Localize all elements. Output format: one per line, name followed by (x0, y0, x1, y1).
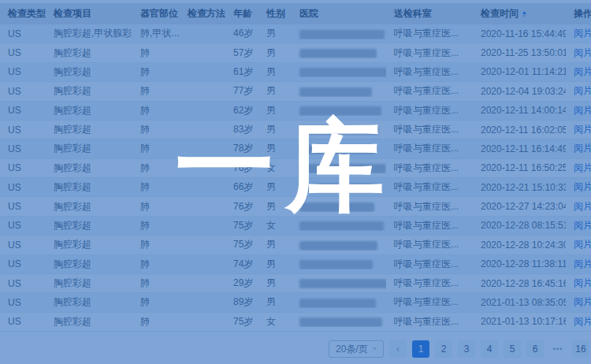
column-header-department[interactable]: 送检科室 (386, 7, 473, 20)
cell-department: 呼吸与重症医... (386, 123, 473, 136)
view-images-link[interactable]: 阅片 (574, 28, 591, 39)
redacted-hospital-block (299, 241, 377, 251)
cell-action: 阅片 (566, 258, 591, 271)
table-row: US胸腔彩超肺29岁男呼吸与重症医...2020-12-28 16:45:16阅… (0, 274, 591, 293)
cell-action: 阅片 (566, 180, 591, 194)
cell-type: US (0, 182, 46, 193)
cell-action: 阅片 (566, 46, 591, 60)
page-button-3[interactable]: 3 (458, 340, 475, 358)
cell-item: 胸腔彩超 (46, 258, 132, 271)
page-button-6[interactable]: 6 (526, 340, 544, 358)
column-header-exam-time[interactable]: 检查时间▲▼ (473, 7, 566, 20)
cell-time: 2020-12-21 15:10:33 (473, 182, 566, 193)
cell-department: 呼吸与重症医... (386, 162, 473, 175)
page-button-5[interactable]: 5 (504, 340, 521, 358)
column-header-exam-item[interactable]: 检查项目 (46, 7, 132, 20)
cell-type: US (0, 240, 46, 251)
cell-item: 胸腔彩超 (46, 200, 132, 214)
cell-hospital (292, 278, 386, 289)
page-jump-dots[interactable]: ••• (549, 340, 567, 358)
cell-gender: 男 (258, 46, 292, 60)
prev-page-button[interactable]: ‹ (389, 340, 407, 358)
view-images-link[interactable]: 阅片 (574, 277, 591, 288)
cell-department: 呼吸与重症医... (386, 180, 473, 194)
page-size-label: 20条/页 (336, 343, 368, 356)
cell-item: 胸腔彩超 (46, 180, 132, 194)
cell-item: 胸腔彩超 (46, 315, 132, 329)
view-images-link[interactable]: 阅片 (574, 66, 591, 77)
view-images-link[interactable]: 阅片 (574, 239, 591, 250)
cell-organ: 肺 (132, 258, 180, 271)
view-images-link[interactable]: 阅片 (574, 143, 591, 154)
table-row: US胸腔彩超肺78岁男呼吸与重症医...2020-12-11 16:14:49阅… (0, 139, 591, 158)
redacted-hospital-block (299, 164, 386, 173)
column-header-hospital[interactable]: 医院 (292, 7, 386, 20)
page-button-4[interactable]: 4 (481, 340, 498, 358)
view-images-link[interactable]: 阅片 (574, 105, 591, 116)
cell-age: 46岁 (225, 27, 258, 40)
cell-department: 呼吸与重症医... (386, 142, 473, 155)
cell-gender: 女 (258, 162, 292, 175)
view-images-link[interactable]: 阅片 (574, 220, 591, 231)
cell-department: 呼吸与重症医... (386, 46, 473, 60)
cell-item: 胸腔彩超 (46, 65, 132, 79)
column-header-age[interactable]: 年龄 (225, 7, 258, 20)
redacted-hospital-block (299, 30, 385, 39)
table-row: US胸腔彩超肺76岁女呼吸与重症医...2020-12-11 16:50:25阅… (0, 159, 591, 178)
view-images-link[interactable]: 阅片 (574, 258, 591, 269)
page-button-2[interactable]: 2 (435, 340, 452, 358)
cell-item: 胸腔彩超 (46, 238, 132, 251)
view-images-link[interactable]: 阅片 (574, 162, 591, 173)
cell-department: 呼吸与重症医... (386, 200, 473, 214)
cell-time: 2020-12-28 16:45:16 (473, 278, 566, 289)
cell-time: 2021-01-13 08:35:05 (473, 297, 566, 308)
table-row: US胸腔彩超,甲状腺彩超肺,甲状...46岁男呼吸与重症医...2020-11-… (0, 24, 591, 43)
cell-action: 阅片 (566, 200, 591, 214)
cell-organ: 肺 (132, 142, 180, 155)
view-images-link[interactable]: 阅片 (574, 296, 591, 307)
table-row: US胸腔彩超肺61岁男呼吸与重症医...2020-12-01 11:14:21阅… (0, 63, 591, 82)
cell-department: 呼吸与重症医... (386, 27, 473, 40)
table-row: US胸腔彩超肺75岁女呼吸与重症医...2021-01-13 10:17:16阅… (0, 313, 591, 332)
cell-action: 阅片 (566, 162, 591, 175)
column-header-method[interactable]: 检查方法 (180, 7, 225, 20)
view-images-link[interactable]: 阅片 (574, 47, 591, 58)
view-images-link[interactable]: 阅片 (574, 316, 591, 327)
page-button-1[interactable]: 1 (412, 340, 429, 358)
page-button-16[interactable]: 16 (572, 340, 589, 358)
cell-type: US (0, 105, 46, 116)
cell-gender: 男 (258, 295, 292, 309)
cell-gender: 男 (258, 104, 292, 117)
table-row: US胸腔彩超肺83岁男呼吸与重症医...2020-12-11 16:02:05阅… (0, 121, 591, 139)
cell-item: 胸腔彩超 (46, 162, 132, 175)
view-images-link[interactable]: 阅片 (574, 201, 591, 212)
table-body: US胸腔彩超,甲状腺彩超肺,甲状...46岁男呼吸与重症医...2020-11-… (0, 24, 591, 332)
cell-type: US (0, 201, 46, 212)
view-images-link[interactable]: 阅片 (574, 124, 591, 135)
view-images-link[interactable]: 阅片 (574, 85, 591, 96)
redacted-hospital-block (299, 318, 382, 327)
page-size-select[interactable]: 20条/页 ˅ (329, 340, 384, 358)
cell-gender: 男 (258, 84, 292, 98)
column-header-action: 操作 (566, 7, 591, 20)
cell-action: 阅片 (566, 238, 591, 251)
redacted-hospital-block (299, 125, 378, 135)
cell-time: 2020-12-27 14:23:04 (473, 201, 566, 212)
column-header-organ[interactable]: 器官部位 (132, 7, 180, 20)
cell-time: 2020-11-25 13:50:01 (473, 47, 566, 58)
cell-age: 76岁 (225, 162, 258, 175)
cell-department: 呼吸与重症医... (386, 258, 473, 271)
view-images-link[interactable]: 阅片 (574, 181, 591, 192)
page-buttons: 123456•••16 (412, 340, 589, 358)
cell-action: 阅片 (566, 219, 591, 232)
cell-action: 阅片 (566, 84, 591, 98)
sort-carets[interactable]: ▲▼ (522, 10, 527, 18)
cell-type: US (0, 316, 46, 327)
cell-item: 胸腔彩超 (46, 295, 132, 309)
column-header-gender[interactable]: 性别 (258, 7, 292, 20)
cell-time: 2020-12-11 14:00:14 (473, 105, 566, 116)
column-header-exam-type[interactable]: 检查类型 (0, 7, 46, 20)
sort-desc-icon: ▼ (521, 14, 527, 18)
cell-time: 2020-12-01 11:14:21 (473, 66, 566, 77)
cell-organ: 肺 (132, 219, 180, 232)
